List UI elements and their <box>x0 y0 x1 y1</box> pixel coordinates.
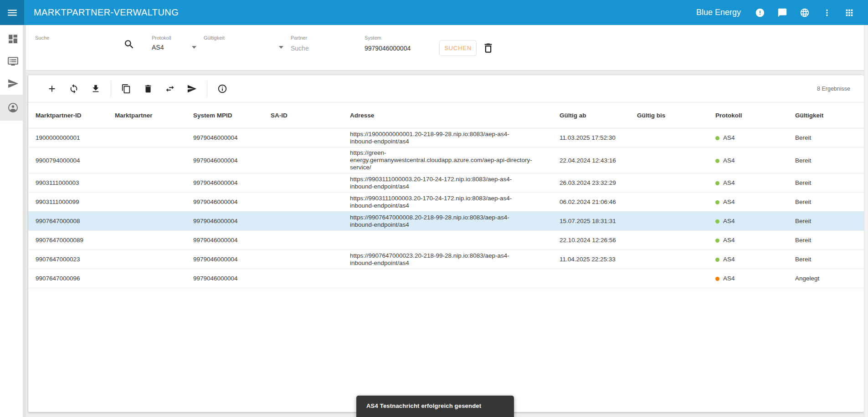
system-field-wrap: System <box>365 35 432 56</box>
system-input[interactable] <box>365 41 432 56</box>
cell-protokoll: AS4 <box>715 179 795 186</box>
swap-button[interactable] <box>159 78 181 100</box>
cell-protokoll: AS4 <box>715 134 795 141</box>
search-button[interactable]: SUCHEN <box>439 40 477 56</box>
send-test-button[interactable] <box>181 78 203 100</box>
cell-gueltig-ab: 06.02.2024 21:06:46 <box>560 198 637 205</box>
cell-gueltigkeit: Bereit <box>795 198 857 205</box>
column-header-7[interactable]: Protokoll <box>715 112 795 119</box>
sidebar-item-marktpartner[interactable] <box>0 95 26 121</box>
cell-system-mpid: 9979046000004 <box>193 198 271 205</box>
info-button[interactable] <box>211 78 233 100</box>
chat-icon[interactable] <box>777 8 787 18</box>
sidebar-item-dashboard[interactable] <box>0 28 26 50</box>
table-row[interactable]: 99031110000039979046000004https://990311… <box>28 173 864 193</box>
cell-marktpartner-id: 9900794000004 <box>36 157 115 164</box>
cell-marktpartner-id: 9903111000099 <box>36 198 115 205</box>
cell-system-mpid: 9979046000004 <box>193 134 271 141</box>
table-row[interactable]: 99076470000239979046000004https://990764… <box>28 250 864 269</box>
table-row[interactable]: 99076470000969979046000004AS4Angelegt <box>28 269 864 288</box>
cell-gueltigkeit: Bereit <box>795 256 857 263</box>
status-dot-icon <box>715 200 719 204</box>
cell-protokoll: AS4 <box>715 218 795 224</box>
sync-icon <box>69 84 79 94</box>
sidebar-item-send[interactable] <box>0 72 26 95</box>
page-scrollbar-track[interactable] <box>864 25 868 417</box>
cell-adresse: https://9907647000008.20-218-99-28.nip.i… <box>350 212 537 230</box>
alert-icon[interactable] <box>755 8 765 18</box>
results-card: 8 Ergebnisse Marktpartner-IDMarktpartner… <box>28 75 864 412</box>
status-dot-icon <box>715 159 719 163</box>
refresh-button[interactable] <box>63 78 85 100</box>
cell-gueltigkeit: Bereit <box>795 179 857 186</box>
send-icon <box>187 84 197 94</box>
cell-marktpartner-id: 9907647000096 <box>36 275 115 282</box>
globe-icon[interactable] <box>800 8 810 18</box>
cell-gueltigkeit: Bereit <box>795 157 857 164</box>
menu-button[interactable] <box>0 0 24 25</box>
protocol-select-value: AS4 <box>152 41 198 56</box>
page-title: MARKTPARTNER-VERWALTUNG <box>34 7 179 18</box>
column-header-8[interactable]: Gültigkeit <box>795 112 857 119</box>
brand-name: Blue Energy <box>696 8 741 17</box>
partner-field-wrap: Partner <box>291 35 339 56</box>
cell-gueltigkeit: Bereit <box>795 237 857 244</box>
cell-adresse: https://1900000000001.20-218-99-28.nip.i… <box>350 129 537 147</box>
column-header-6[interactable]: Gültig bis <box>637 112 715 119</box>
add-button[interactable] <box>41 78 63 100</box>
dropdown-arrow-icon <box>192 46 196 49</box>
column-header-2[interactable]: System MPID <box>193 112 271 119</box>
cell-adresse: https://9903111000003.20-170-24-172.nip.… <box>350 193 537 211</box>
table-row[interactable]: 99076470000089997904600000422.10.2024 12… <box>28 231 864 250</box>
column-header-5[interactable]: Gültig ab <box>560 112 637 119</box>
cell-gueltig-ab: 15.07.2025 18:31:31 <box>560 218 637 224</box>
apps-grid-icon[interactable] <box>844 8 854 18</box>
search-input[interactable] <box>35 41 136 56</box>
sidebar-scrollbar[interactable] <box>23 25 26 417</box>
cell-gueltigkeit: Angelegt <box>795 275 857 282</box>
table-row[interactable]: 99031110000999979046000004https://990311… <box>28 193 864 212</box>
partner-input[interactable] <box>291 41 339 56</box>
validity-select-value <box>204 41 285 56</box>
search-field-wrap: Suche <box>35 35 136 56</box>
column-header-1[interactable]: Marktpartner <box>115 112 193 119</box>
copy-icon <box>121 84 131 94</box>
validity-select[interactable]: Gültigkeit <box>204 35 285 56</box>
cell-marktpartner-id: 9907647000008 <box>36 218 115 224</box>
column-header-0[interactable]: Marktpartner-ID <box>36 112 115 119</box>
download-icon <box>91 84 101 94</box>
table-row[interactable]: 99076470000089979046000004https://990764… <box>28 212 864 231</box>
result-count: 8 Ergebnisse <box>817 86 853 92</box>
table-row[interactable]: 19000000000019979046000004https://190000… <box>28 128 864 147</box>
delete-button[interactable] <box>137 78 159 100</box>
search-icon[interactable] <box>123 39 135 50</box>
copy-button[interactable] <box>115 78 137 100</box>
cell-marktpartner-id: 9903111000003 <box>36 179 115 186</box>
cell-protokoll: AS4 <box>715 256 795 263</box>
appbar-actions: Blue Energy <box>696 8 868 18</box>
sidebar-item-messages[interactable] <box>0 50 26 72</box>
dropdown-arrow-icon <box>279 46 283 49</box>
search-field-label: Suche <box>35 35 136 41</box>
partner-field-label: Partner <box>291 35 339 41</box>
download-button[interactable] <box>85 78 107 100</box>
cell-gueltig-ab: 11.03.2025 17:52:30 <box>560 134 637 141</box>
clear-filters-trash-icon[interactable] <box>482 42 494 54</box>
cell-gueltig-ab: 11.04.2025 22:25:33 <box>560 256 637 263</box>
table-body: 19000000000019979046000004https://190000… <box>28 128 864 288</box>
toolbar-divider <box>207 81 207 97</box>
cell-marktpartner-id: 99076470000089 <box>36 237 115 244</box>
cell-protokoll: AS4 <box>715 275 795 282</box>
cell-system-mpid: 9979046000004 <box>193 179 271 186</box>
column-header-3[interactable]: SA-ID <box>271 112 350 119</box>
cell-system-mpid: 9979046000004 <box>193 237 271 244</box>
protocol-select[interactable]: Protokoll AS4 <box>152 35 198 56</box>
status-dot-icon <box>715 258 719 262</box>
column-header-4[interactable]: Adresse <box>350 112 560 119</box>
protocol-select-label: Protokoll <box>152 35 198 41</box>
status-dot-icon <box>715 136 719 140</box>
table-row[interactable]: 99007940000049979046000004https://green-… <box>28 147 864 173</box>
status-dot-icon <box>715 277 719 281</box>
more-vert-icon[interactable] <box>822 8 832 18</box>
cell-gueltigkeit: Bereit <box>795 134 857 141</box>
